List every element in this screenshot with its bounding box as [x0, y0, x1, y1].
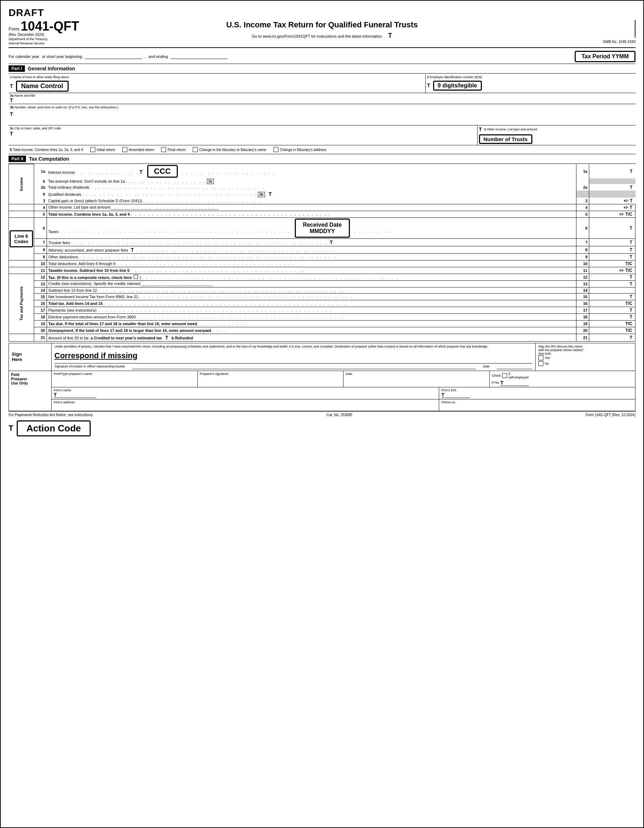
- part2-title: Tax Computation: [29, 156, 69, 162]
- line13-label-right: 13: [576, 281, 589, 287]
- yes-label: Yes: [545, 356, 550, 360]
- line13-amount: T: [589, 281, 635, 287]
- sign-line1: Signature of trustee or officer represen…: [54, 365, 125, 369]
- footer-cat: Cat. No. 25368F: [327, 413, 352, 417]
- page: DRAFT Form 1041-QFT (Rev. December 2024)…: [0, 0, 644, 828]
- line7-amount: T: [589, 238, 635, 246]
- line18-num: 18: [34, 314, 47, 320]
- line7-label-right: 7: [576, 238, 589, 246]
- line2b-desc: Qualified dividends . . . . . . . . . . …: [47, 190, 576, 198]
- line6-desc: Taxes . . . . . . . . . . . . . . . . . …: [47, 218, 576, 238]
- checkbox-no[interactable]: [539, 361, 543, 366]
- line13-num: 13: [34, 281, 47, 287]
- line1a-row: Income 1a Interest income . . . . . . . …: [9, 164, 635, 179]
- line17-row: 17 Payments (see instructions) . . . . .…: [9, 307, 635, 314]
- line2a-num: 2a: [34, 184, 47, 190]
- t-3b: T: [10, 111, 13, 117]
- checkbox-fiduciary-name[interactable]: [193, 147, 198, 152]
- line21-row: 21 Amount of line 20 to be: a Credited t…: [9, 334, 635, 341]
- t-8: T: [131, 247, 134, 252]
- line3a-col: 3a Name and title T: [9, 93, 635, 104]
- line14-desc: Subtract line 13 from line 12 . . . . . …: [47, 287, 576, 293]
- qft-col: T 4 Other income. List type and amount N…: [478, 125, 636, 145]
- form-number-block: Form 1041-QFT (Rev. December 2024) Depar…: [9, 20, 80, 45]
- city-qft-row: 3c City or town, state, and ZIP code T T…: [9, 125, 635, 145]
- line2a-row: 2a Total ordinary dividends . . . . . . …: [9, 184, 635, 190]
- line21-num: 21: [34, 334, 47, 341]
- line15-desc: Net Investment Income Tax from Form 8960…: [47, 293, 576, 300]
- line17-desc: Payments (see instructions) . . . . . . …: [47, 307, 576, 314]
- preparer-row-3: Firm's address Phone no.: [52, 400, 635, 411]
- check-final: Final return: [161, 147, 185, 152]
- line12-num: 12: [34, 274, 47, 281]
- checkbox-initial[interactable]: [90, 147, 95, 152]
- main-lines-table: Income 1a Interest income . . . . . . . …: [9, 164, 635, 342]
- line14-label-right: 14: [576, 287, 589, 293]
- preparer-sig-cell: Preparer's signature: [198, 371, 344, 387]
- line11-desc: Taxable income. Subtract line 10 from li…: [47, 267, 576, 274]
- check-amended: Amended return: [123, 147, 154, 152]
- checkbox-yes[interactable]: [539, 355, 543, 360]
- footer-form: Form 1041-QFT (Rev. 12-2024): [586, 413, 635, 417]
- ptin-value: T: [500, 380, 529, 386]
- omb-block: OMB No. 1545-1593: [578, 40, 635, 44]
- line15-row: 15 Net Investment Income Tax from Form 8…: [9, 293, 635, 300]
- name-col: 1 Name of trust or other entity filing r…: [9, 74, 426, 93]
- line9-label-right: 9: [576, 253, 589, 260]
- preparer-name-cell: Print/Type preparer's name: [52, 371, 198, 387]
- preparer-check-cell: Check if self-employed PTIN T: [490, 371, 635, 387]
- checkbox-amended[interactable]: [123, 147, 127, 152]
- calendar-label: For calendar year: [9, 54, 39, 59]
- line15-amount: T: [589, 293, 635, 300]
- form-word: Form: [9, 26, 19, 31]
- line12-row: Tax and Payments 12 Tax. (If this is a c…: [9, 274, 635, 281]
- line16-row: 16 Total tax. Add lines 14 and 15 . . . …: [9, 300, 635, 307]
- line8-row: 8 Attorney, accountant, and return prepa…: [9, 246, 635, 253]
- line1a-num: 1a: [34, 164, 47, 179]
- t-21a: T: [165, 335, 168, 340]
- line11-num: 11: [34, 267, 47, 274]
- checkbox-composite[interactable]: [134, 275, 138, 279]
- checkbox-fiduciary-address[interactable]: [273, 147, 278, 152]
- line2b-grey2: [589, 190, 635, 198]
- line14-num: 14: [34, 287, 47, 293]
- line1a-desc: Interest income . . . . . . . . . . . . …: [47, 164, 576, 179]
- name-control-box: Name Control: [16, 81, 69, 92]
- income-section-label: Income: [9, 164, 34, 204]
- sign-section: Sign Here Under penalties of perjury, I …: [9, 343, 635, 371]
- line5-num: 5: [34, 211, 47, 218]
- sign-here-label: Sign Here: [12, 351, 49, 362]
- checkbox-self-employed[interactable]: [502, 373, 507, 378]
- correspond-box: Correspond if missing: [54, 351, 137, 360]
- tax-payments-section-label: Tax and Payments: [9, 274, 34, 334]
- preparer-section: Paid Preparer Use Only Print/Type prepar…: [9, 371, 635, 411]
- preparer-date-label: Date: [346, 372, 487, 376]
- t-3c: T: [10, 131, 13, 136]
- line1b-row: b Tax-exempt interest. Don't include on …: [9, 179, 635, 184]
- deductions-section-label: Line 6 Codes: [9, 218, 34, 260]
- line15-num: 15: [34, 293, 47, 300]
- checkbox-final[interactable]: [161, 147, 166, 152]
- line3-desc: Capital gain or (loss) (attach Schedule …: [47, 198, 576, 204]
- line10-label-right: 10: [576, 260, 589, 267]
- form-subtitle: Go to www.irs.gov/Form1041QFT for instru…: [83, 31, 561, 40]
- line20-row: 20 Overpayment. If the total of lines 17…: [9, 327, 635, 334]
- name-ein-row: 1 Name of trust or other entity filing r…: [9, 74, 635, 93]
- line2b-grey: [576, 190, 589, 198]
- line16-desc: Total tax. Add lines 14 and 15 . . . . .…: [47, 300, 576, 307]
- draft-label: DRAFT: [9, 7, 635, 19]
- line21-desc: Amount of line 20 to be: a Credited to n…: [47, 334, 576, 341]
- line6-codes-box: Line 6 Codes: [9, 230, 33, 247]
- line8-num: 8: [34, 246, 47, 253]
- line2a-desc: Total ordinary dividends . . . . . . . .…: [47, 184, 576, 190]
- line14-row: 14 Subtract line 13 from line 12 . . . .…: [9, 287, 635, 293]
- line7-num: 7: [34, 238, 47, 246]
- line5-label-right: 5: [576, 211, 589, 218]
- line9-amount: T: [589, 253, 635, 260]
- received-date-box: Received Date MMDDYY: [295, 218, 350, 238]
- sign-here-block: Sign Here: [9, 343, 52, 371]
- line18-row: 18 Elective payment election amount from…: [9, 314, 635, 320]
- header: Form 1041-QFT (Rev. December 2024) Depar…: [9, 20, 635, 48]
- irs-discuss-label: May the IRS discuss this return with the…: [539, 345, 632, 355]
- form-title-block: U.S. Income Tax Return for Qualified Fun…: [80, 20, 564, 40]
